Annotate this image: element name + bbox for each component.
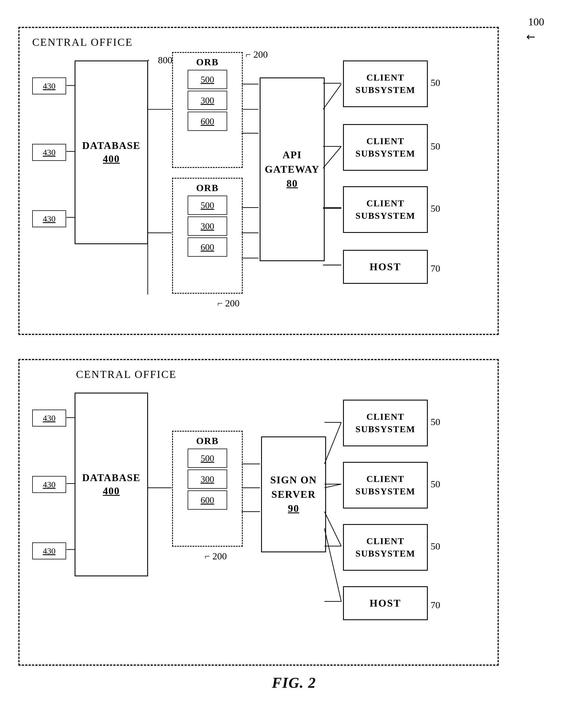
bottom-host-ref: 70 [430, 600, 440, 611]
top-diagram: CENTRAL OFFICE 430 430 430 DATABASE 400 … [18, 27, 499, 335]
top-orb2-box: ORB 500 300 600 [172, 178, 243, 294]
top-430-2: 430 [32, 144, 66, 161]
bottom-430-3: 430 [32, 542, 66, 559]
top-orb1-ref: ⌐ 200 [246, 49, 268, 60]
bottom-orb-label: ORB [177, 436, 238, 446]
bottom-client-3-ref: 50 [430, 541, 440, 552]
top-orb1-label: ORB [177, 57, 238, 67]
top-host-label: HOST [369, 261, 401, 273]
top-client-2: CLIENT SUBSYSTEM [343, 124, 428, 171]
bottom-orb-mod2: 300 [188, 469, 227, 489]
figure-label: FIG. 2 [272, 674, 316, 691]
bottom-server-label: SIGN ON SERVER 90 [270, 473, 317, 516]
top-430-1: 430 [32, 77, 66, 94]
top-central-office-label: CENTRAL OFFICE [32, 36, 133, 48]
top-orb2-mod3: 600 [188, 237, 227, 257]
top-database-box: DATABASE 400 [75, 60, 148, 244]
bottom-430-2: 430 [32, 476, 66, 493]
top-orb2-mod1: 500 [188, 196, 227, 215]
top-orb1-mod3: 600 [188, 111, 227, 131]
arrow-100: ↙ [524, 29, 539, 44]
bottom-host-label: HOST [369, 597, 401, 609]
bottom-central-office-label: CENTRAL OFFICE [76, 368, 177, 381]
bottom-orb-ref: ⌐ 200 [205, 551, 227, 562]
svg-line-14 [323, 147, 341, 168]
page: 100 ↙ CENTRAL OFFICE 430 430 430 DATABAS… [0, 0, 588, 701]
top-client-1-ref: 50 [430, 77, 440, 88]
top-orb1-box: ORB 500 300 600 [172, 52, 243, 168]
bottom-orb-box: ORB 500 300 600 [172, 431, 243, 547]
top-client-3: CLIENT SUBSYSTEM [343, 186, 428, 233]
top-host-box: HOST [343, 250, 428, 284]
svg-line-29 [324, 484, 341, 488]
bottom-client-2: CLIENT SUBSYSTEM [343, 462, 428, 508]
svg-line-28 [324, 422, 341, 464]
top-gateway-box: API GATEWAY 80 [260, 77, 325, 261]
bottom-host-box: HOST [343, 586, 428, 620]
top-database-label: DATABASE 400 [82, 139, 141, 166]
bottom-diagram: CENTRAL OFFICE 430 430 430 DATABASE 400 … [18, 359, 499, 666]
bottom-client-1-ref: 50 [430, 417, 440, 427]
top-client-3-ref: 50 [430, 203, 440, 214]
top-orb2-mod2: 300 [188, 217, 227, 236]
top-orb2-ref: ⌐ 200 [217, 298, 240, 309]
top-gateway-label: API GATEWAY 80 [265, 148, 320, 191]
bottom-database-box: DATABASE 400 [75, 393, 148, 576]
svg-line-30 [324, 512, 341, 546]
svg-line-31 [324, 528, 341, 602]
bottom-orb-mod3: 600 [188, 490, 227, 510]
top-430-3: 430 [32, 210, 66, 227]
svg-line-13 [323, 84, 341, 109]
top-client-1: CLIENT SUBSYSTEM [343, 60, 428, 107]
top-client-2-ref: 50 [430, 141, 440, 152]
bottom-430-1: 430 [32, 410, 66, 427]
top-ref-800: 800 [158, 55, 172, 65]
bottom-server-box: SIGN ON SERVER 90 [261, 436, 326, 552]
bottom-database-label: DATABASE 400 [82, 471, 141, 498]
top-orb1-mod2: 300 [188, 91, 227, 110]
bottom-client-2-ref: 50 [430, 479, 440, 490]
bottom-client-1: CLIENT SUBSYSTEM [343, 400, 428, 446]
bottom-orb-mod1: 500 [188, 449, 227, 468]
ref-100-label: 100 [528, 16, 544, 28]
top-orb2-label: ORB [177, 183, 238, 193]
top-host-ref: 70 [430, 263, 440, 274]
top-orb1-mod1: 500 [188, 70, 227, 89]
bottom-client-3: CLIENT SUBSYSTEM [343, 524, 428, 571]
